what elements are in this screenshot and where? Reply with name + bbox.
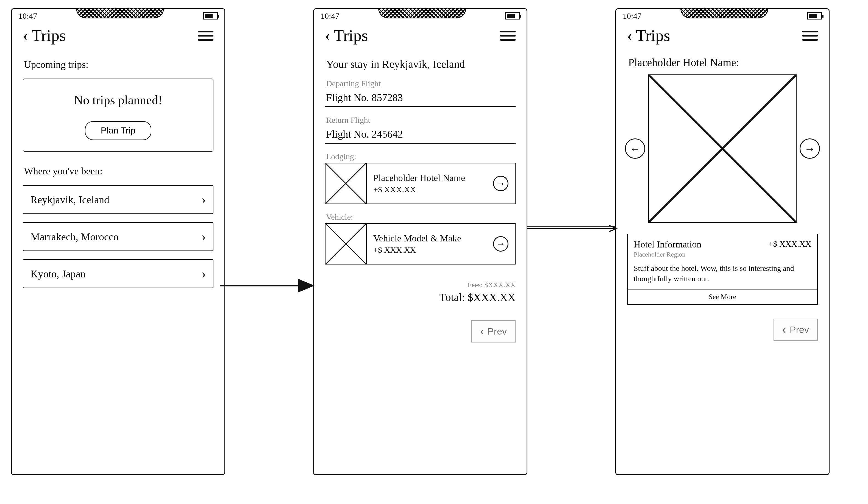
- history-item-marrakech[interactable]: Marrakech, Morocco ›: [23, 222, 214, 251]
- chevron-left-icon: ‹: [480, 325, 484, 338]
- status-bar: 10:47: [616, 9, 829, 21]
- stay-title: Your stay in Reykjavik, Iceland: [326, 58, 516, 71]
- hotel-info-heading: Hotel Information: [634, 239, 701, 250]
- vehicle-detail-button[interactable]: →: [493, 236, 508, 251]
- menu-icon[interactable]: [500, 31, 516, 41]
- history-item-reykjavik[interactable]: Reykjavik, Iceland ›: [23, 185, 214, 214]
- chevron-right-icon: ›: [202, 229, 206, 244]
- battery-icon: [203, 12, 218, 20]
- hotel-image-carousel: ← →: [627, 74, 818, 223]
- prev-label: Prev: [790, 325, 809, 335]
- return-flight-input[interactable]: [325, 126, 516, 144]
- empty-trips-message: No trips planned!: [32, 93, 205, 107]
- return-flight-label: Return Flight: [326, 115, 516, 125]
- chevron-right-icon: ›: [202, 266, 206, 281]
- battery-icon: [505, 12, 520, 20]
- hotel-region: Placeholder Region: [628, 250, 817, 258]
- flow-arrow-2-to-3: [527, 222, 621, 223]
- lodging-detail-button[interactable]: →: [493, 176, 508, 191]
- app-header: ‹ Trips: [314, 21, 527, 48]
- lodging-price: +$ XXX.XX: [373, 185, 486, 194]
- status-time: 10:47: [623, 11, 641, 21]
- upcoming-heading: Upcoming trips:: [24, 59, 214, 70]
- prev-label: Prev: [488, 326, 507, 337]
- back-icon[interactable]: ‹: [627, 28, 632, 43]
- see-more-button[interactable]: See More: [628, 289, 817, 304]
- empty-trips-card: No trips planned! Plan Trip: [23, 79, 214, 152]
- back-icon[interactable]: ‹: [325, 28, 330, 43]
- chevron-right-icon: ›: [202, 192, 206, 207]
- menu-icon[interactable]: [802, 31, 818, 41]
- page-title: Trips: [636, 26, 670, 45]
- page-title: Trips: [334, 26, 368, 45]
- history-item-label: Kyoto, Japan: [31, 268, 86, 280]
- phone-screen-1: 10:47 ‹ Trips Upcoming trips: No trips p…: [11, 8, 225, 475]
- plan-trip-button[interactable]: Plan Trip: [85, 121, 151, 140]
- fees-text: Fees: $XXX.XX: [325, 281, 516, 289]
- prev-button[interactable]: ‹ Prev: [471, 320, 516, 342]
- status-time: 10:47: [18, 11, 37, 21]
- carousel-next-button[interactable]: →: [799, 138, 820, 159]
- phone-screen-3: 10:47 ‹ Trips Placeholder Hotel Name: ← …: [615, 8, 829, 475]
- back-icon[interactable]: ‹: [23, 28, 28, 43]
- vehicle-card[interactable]: Vehicle Model & Make +$ XXX.XX →: [325, 223, 516, 265]
- lodging-label: Lodging:: [326, 152, 516, 161]
- app-header: ‹ Trips: [616, 21, 829, 48]
- phone-screen-2: 10:47 ‹ Trips Your stay in Reykjavik, Ic…: [313, 8, 527, 475]
- departing-flight-label: Departing Flight: [326, 79, 516, 88]
- hotel-info-card: Hotel Information +$ XXX.XX Placeholder …: [627, 234, 818, 305]
- battery-icon: [807, 12, 822, 20]
- vehicle-name: Vehicle Model & Make: [373, 233, 486, 244]
- hotel-title: Placeholder Hotel Name:: [628, 56, 818, 69]
- lodging-name: Placeholder Hotel Name: [373, 173, 486, 183]
- phone-notch: [76, 9, 164, 18]
- history-item-label: Marrakech, Morocco: [31, 231, 119, 243]
- lodging-thumbnail: [326, 163, 367, 204]
- hotel-info-price: +$ XXX.XX: [768, 239, 811, 249]
- phone-notch: [378, 9, 466, 18]
- chevron-left-icon: ‹: [782, 323, 786, 336]
- history-item-label: Reykjavik, Iceland: [31, 194, 109, 206]
- app-header: ‹ Trips: [12, 21, 225, 48]
- status-bar: 10:47: [314, 9, 527, 21]
- prev-button[interactable]: ‹ Prev: [774, 319, 818, 341]
- carousel-prev-button[interactable]: ←: [625, 138, 645, 159]
- lodging-card[interactable]: Placeholder Hotel Name +$ XXX.XX →: [325, 163, 516, 204]
- total-text: Total: $XXX.XX: [325, 291, 516, 304]
- vehicle-price: +$ XXX.XX: [373, 245, 486, 255]
- flow-arrow-1-to-2: [220, 280, 319, 281]
- departing-flight-input[interactable]: [325, 90, 516, 107]
- status-time: 10:47: [321, 11, 339, 21]
- history-heading: Where you've been:: [24, 165, 214, 177]
- menu-icon[interactable]: [198, 31, 214, 41]
- page-title: Trips: [32, 26, 66, 45]
- vehicle-thumbnail: [326, 224, 367, 264]
- phone-notch: [680, 9, 768, 18]
- hotel-image-placeholder: [648, 74, 797, 223]
- vehicle-label: Vehicle:: [326, 212, 516, 222]
- history-item-kyoto[interactable]: Kyoto, Japan ›: [23, 259, 214, 288]
- hotel-description: Stuff about the hotel. Wow, this is so i…: [628, 258, 817, 289]
- status-bar: 10:47: [12, 9, 225, 21]
